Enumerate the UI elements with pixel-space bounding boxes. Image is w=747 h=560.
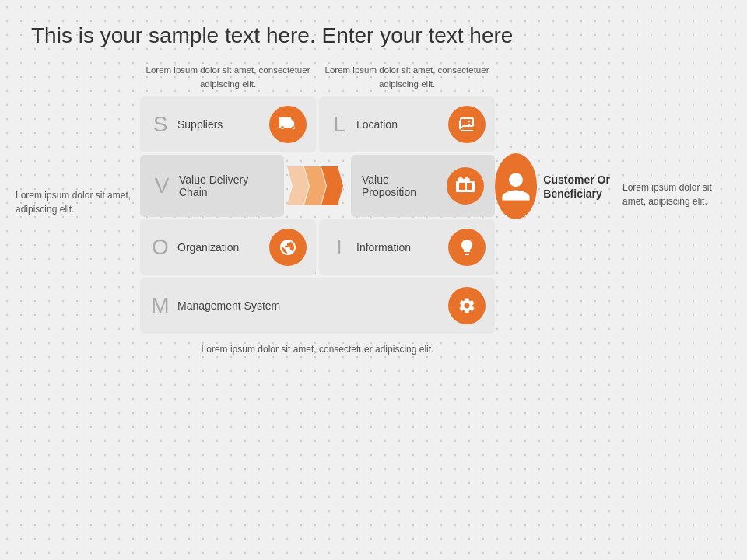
left-description: Lorem ipsum dolor sit amet, adipiscing e… [16,188,140,216]
center-grid: Lorem ipsum dolor sit amet, consectetuer… [140,64,495,356]
label-value-delivery: Value Delivery Chain [179,173,273,198]
row-org-info: O Organization I Information [140,219,495,275]
arrows [292,166,343,205]
label-organization: Organization [177,241,263,254]
label-value-proposition: Value Proposition [362,173,440,198]
cell-organization: O Organization [140,219,316,275]
bottom-text: Lorem ipsum dolor sit amet, consectetuer… [140,342,495,356]
label-management: Management System [177,299,307,312]
cell-management: M Management System [140,278,495,334]
letter-o: O [149,235,171,260]
right-description: Lorem ipsum dolor sit amet, adipiscing e… [615,180,731,208]
top-desc-right: Lorem ipsum dolor sit amet, consectetuer… [319,64,495,91]
letter-m: M [149,293,171,318]
letter-l: L [328,112,350,137]
icon-location [448,106,486,143]
letter-v: V [151,173,173,198]
top-desc-left: Lorem ipsum dolor sit amet, consectetuer… [140,64,316,91]
cell-suppliers: S Suppliers [140,96,316,152]
icon-management [448,287,486,324]
top-descriptions: Lorem ipsum dolor sit amet, consectetuer… [140,64,495,91]
customer-wrapper: Customer Or Beneficiary [495,153,626,219]
row-suppliers-location: S Suppliers L Location [140,96,495,152]
row-value: V Value Delivery Chain Value Proposition [140,155,495,217]
label-suppliers: Suppliers [177,118,263,131]
icon-information [448,229,486,266]
cell-information: I Information [319,219,495,275]
letter-i: I [328,235,350,260]
row-management: M Management System [140,278,495,334]
label-location: Location [356,118,442,131]
customer-label: Customer Or Beneficiary [543,173,626,201]
icon-suppliers [269,106,307,143]
customer-area: Customer Or Beneficiary [506,153,615,219]
left-text: Lorem ipsum dolor sit amet, adipiscing e… [16,188,134,216]
page-title: This is your sample text here. Enter you… [0,0,747,64]
icon-value-proposition [447,167,484,205]
letter-s: S [149,112,171,137]
cell-value-proposition: Value Proposition [351,155,495,217]
icon-organization [269,229,307,266]
arrow-1 [287,166,309,205]
label-information: Information [356,241,442,254]
cell-location: L Location [319,96,495,152]
cell-value-delivery: V Value Delivery Chain [140,155,284,217]
customer-icon [495,153,538,219]
right-text: Lorem ipsum dolor sit amet, adipiscing e… [622,180,731,208]
